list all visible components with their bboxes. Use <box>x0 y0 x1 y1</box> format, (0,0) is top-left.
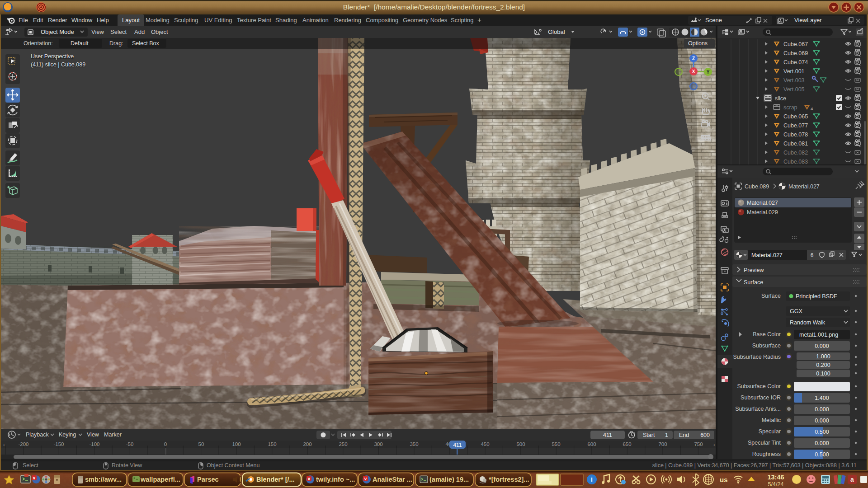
svg-text:0: 0 <box>164 441 167 447</box>
svg-text:X: X <box>692 69 695 74</box>
svg-text:Subsurface Radius: Subsurface Radius <box>733 354 781 360</box>
svg-text:Cube.077: Cube.077 <box>783 122 808 129</box>
svg-text:700: 700 <box>658 441 667 447</box>
svg-text:Roughness: Roughness <box>752 451 781 457</box>
svg-text:Cube.083: Cube.083 <box>783 159 808 165</box>
svg-text:Subsurface: Subsurface <box>752 343 781 349</box>
svg-text:-50: -50 <box>126 441 134 447</box>
svg-text:twily.info ~...: twily.info ~... <box>316 476 355 483</box>
svg-text:1.000: 1.000 <box>816 353 830 360</box>
svg-text:350: 350 <box>410 441 418 447</box>
svg-text:600: 600 <box>700 432 710 438</box>
svg-text:v: v <box>33 475 36 480</box>
svg-text:0.000: 0.000 <box>815 343 829 349</box>
svg-text:0.000: 0.000 <box>815 440 829 446</box>
svg-text:Blender* [/...: Blender* [/... <box>256 476 295 483</box>
svg-text:Preview: Preview <box>744 267 764 273</box>
svg-text:Cube.081: Cube.081 <box>783 141 808 147</box>
svg-text:-200: -200 <box>18 441 28 447</box>
svg-text:Subsurface Color: Subsurface Color <box>737 383 781 389</box>
svg-text:us: us <box>720 476 728 483</box>
svg-text:Start: Start <box>643 432 655 438</box>
svg-text:750: 750 <box>694 441 703 447</box>
svg-text:Principled BSDF: Principled BSDF <box>796 293 837 300</box>
svg-text:550: 550 <box>552 441 560 447</box>
svg-text:300: 300 <box>374 441 382 447</box>
svg-text:wallpaperfl...: wallpaperfl... <box>140 476 180 483</box>
svg-text:Vert.005: Vert.005 <box>783 86 805 93</box>
svg-text:50: 50 <box>198 441 204 447</box>
svg-text:Cube.067: Cube.067 <box>783 41 808 47</box>
svg-text:Marker: Marker <box>104 432 122 438</box>
svg-text:i: i <box>591 476 593 483</box>
svg-text:600: 600 <box>587 441 596 447</box>
svg-text:scrap: scrap <box>783 104 797 111</box>
svg-text:Base Color: Base Color <box>753 331 781 338</box>
svg-text:411: 411 <box>453 442 462 448</box>
svg-text:Random Walk: Random Walk <box>790 319 826 326</box>
svg-text:Keying: Keying <box>59 432 76 438</box>
svg-text:650: 650 <box>623 441 631 447</box>
svg-text:Cube.089: Cube.089 <box>745 183 769 190</box>
svg-text:411: 411 <box>603 432 612 438</box>
svg-text:Cube.082: Cube.082 <box>783 150 808 156</box>
svg-text:Material.027: Material.027 <box>788 183 820 190</box>
svg-text:500: 500 <box>516 441 525 447</box>
svg-text:200: 200 <box>303 441 311 447</box>
svg-text:6: 6 <box>811 252 814 258</box>
svg-text:slice: slice <box>775 95 786 102</box>
svg-text:-150: -150 <box>53 441 64 447</box>
svg-text:450: 450 <box>481 441 489 447</box>
svg-text:(amalie) 19...: (amalie) 19... <box>429 476 469 483</box>
svg-text:0.100: 0.100 <box>816 371 830 377</box>
svg-text:AnalieStar ...: AnalieStar ... <box>373 476 412 483</box>
svg-text:Playback: Playback <box>26 432 49 438</box>
svg-text:0.500: 0.500 <box>815 451 829 458</box>
svg-text:View: View <box>87 432 99 438</box>
svg-text:4: 4 <box>811 106 813 111</box>
svg-text:‹: ‹ <box>713 56 715 62</box>
svg-text:100: 100 <box>232 441 241 447</box>
svg-text:0.000: 0.000 <box>815 418 829 424</box>
svg-text:13:46: 13:46 <box>767 474 784 481</box>
svg-text:Z: Z <box>692 56 695 61</box>
svg-text:Specular Tint: Specular Tint <box>748 440 781 446</box>
svg-text:*[fortress2]...: *[fortress2]... <box>489 476 529 483</box>
svg-text:Parsec: Parsec <box>197 476 219 483</box>
svg-text:Cube.069: Cube.069 <box>783 50 808 56</box>
svg-text:‹: ‹ <box>713 442 715 447</box>
svg-text:›: › <box>3 442 5 447</box>
svg-text:smb://awv...: smb://awv... <box>85 476 122 483</box>
svg-text:Cube.078: Cube.078 <box>783 131 808 138</box>
svg-text:Material.027: Material.027 <box>751 252 783 258</box>
svg-text:0.500: 0.500 <box>815 429 829 435</box>
svg-text:v: v <box>364 476 367 481</box>
svg-text:5/4/24: 5/4/24 <box>768 481 784 488</box>
svg-text:Metallic: Metallic <box>762 417 781 423</box>
svg-text:a: a <box>850 476 854 483</box>
svg-text:Cube.074: Cube.074 <box>783 59 808 66</box>
svg-text:GGX: GGX <box>790 308 802 314</box>
svg-text:Vert.003: Vert.003 <box>783 77 805 84</box>
svg-text:Surface: Surface <box>761 293 781 299</box>
svg-text:Specular: Specular <box>759 428 781 435</box>
svg-text:metal1.001.png: metal1.001.png <box>799 332 838 338</box>
svg-text:150: 150 <box>268 441 276 447</box>
svg-text:Cube.065: Cube.065 <box>783 113 808 120</box>
svg-text:0.200: 0.200 <box>816 362 830 368</box>
svg-text:0.000: 0.000 <box>815 406 829 413</box>
svg-text:250: 250 <box>339 441 347 447</box>
svg-text:-100: -100 <box>89 441 99 447</box>
svg-text:1.400: 1.400 <box>815 395 829 401</box>
svg-text:1: 1 <box>665 432 668 438</box>
svg-text:v: v <box>308 476 311 481</box>
svg-text:Material.029: Material.029 <box>747 209 778 216</box>
svg-text:Material.027: Material.027 <box>747 200 778 206</box>
svg-text:Surface: Surface <box>744 279 763 286</box>
svg-text:Vert.001: Vert.001 <box>783 68 805 75</box>
svg-text:Subsurface Anis...: Subsurface Anis... <box>735 406 781 412</box>
svg-text:Y: Y <box>707 70 710 75</box>
svg-text:Subsurface IOR: Subsurface IOR <box>741 394 781 401</box>
svg-text:End: End <box>679 432 689 438</box>
